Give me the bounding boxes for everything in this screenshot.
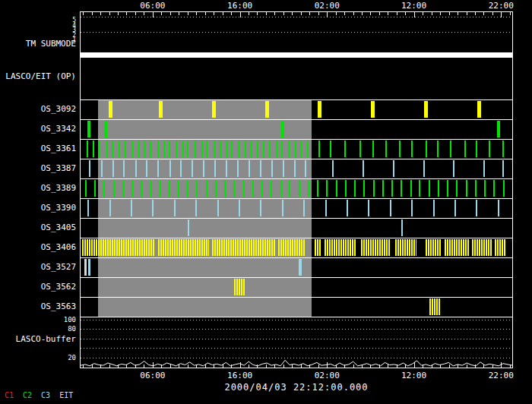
time-tick-bottom bbox=[510, 365, 511, 368]
time-label-bottom: 22:00 bbox=[489, 371, 514, 380]
time-label-top: 16:00 bbox=[227, 1, 252, 11]
time-tick-top bbox=[475, 12, 476, 15]
time-tick-top bbox=[309, 12, 310, 15]
os_3390-mark bbox=[217, 200, 219, 216]
os_3361-mark bbox=[231, 140, 233, 157]
os_3361-mark bbox=[226, 140, 227, 157]
os_3389-mark bbox=[206, 180, 207, 197]
time-tick-bottom bbox=[440, 365, 441, 368]
submode-gridline bbox=[81, 32, 512, 33]
row-label: OS_3389 bbox=[41, 183, 76, 193]
os_3361-mark bbox=[489, 140, 490, 157]
time-tick-bottom bbox=[292, 365, 293, 368]
row-label: OS_3406 bbox=[41, 242, 76, 252]
time-tick-top bbox=[223, 12, 223, 15]
os_3563-band bbox=[429, 298, 441, 315]
os_3387-mark bbox=[393, 160, 394, 177]
time-label-top: 02:00 bbox=[315, 1, 340, 11]
time-tick-top bbox=[205, 12, 206, 15]
time-label-top: 22:00 bbox=[489, 1, 514, 11]
os_3361-mark bbox=[295, 140, 296, 157]
os_3406-band bbox=[445, 239, 469, 256]
os_3387-mark bbox=[157, 160, 159, 177]
os_3405-mark bbox=[188, 219, 189, 236]
time-tick-bottom bbox=[257, 365, 258, 368]
submode-ytick: 1 bbox=[72, 37, 76, 43]
os_3390-mark bbox=[282, 200, 283, 216]
os_3387-mark bbox=[294, 160, 296, 177]
os_3387-mark bbox=[112, 160, 114, 177]
buffer-label: LASCO-buffer bbox=[16, 334, 76, 344]
legend-c3: C3 bbox=[41, 391, 50, 399]
lasco-buffer-trace bbox=[81, 317, 512, 368]
time-tick-top bbox=[301, 12, 302, 15]
os_3389-mark bbox=[419, 180, 420, 197]
os_3389-mark bbox=[336, 180, 337, 197]
os_3389-mark bbox=[345, 180, 347, 197]
buffer-ytick: 20 bbox=[68, 354, 76, 361]
time-tick-bottom bbox=[196, 365, 197, 368]
os_3389-mark bbox=[131, 180, 133, 197]
os_3387-mark bbox=[249, 160, 250, 177]
os_3361-mark bbox=[150, 140, 151, 157]
os_3389-mark bbox=[373, 180, 375, 197]
time-tick-bottom bbox=[467, 365, 467, 368]
os_3361-mark bbox=[125, 140, 126, 157]
os_3361-mark bbox=[238, 140, 239, 157]
os_3361-mark bbox=[426, 140, 427, 157]
time-tick-top bbox=[83, 12, 84, 15]
os_3389-mark bbox=[503, 180, 505, 197]
os_3389-mark bbox=[196, 180, 198, 197]
os_3390-mark bbox=[109, 200, 111, 216]
time-tick-bottom bbox=[301, 365, 302, 368]
os_3389-mark bbox=[261, 180, 263, 197]
os_3361-mark bbox=[131, 140, 133, 157]
time-tick-top bbox=[501, 12, 502, 17]
time-tick-bottom bbox=[336, 365, 337, 368]
os_3387-mark bbox=[363, 160, 364, 177]
time-tick-top bbox=[432, 12, 432, 15]
os_3390-mark bbox=[325, 200, 327, 216]
time-tick-top bbox=[214, 12, 214, 15]
os_3390-mark bbox=[368, 200, 369, 216]
os_3361-mark bbox=[476, 140, 477, 157]
os_3387-mark bbox=[423, 160, 425, 177]
os_3390-mark bbox=[195, 200, 197, 216]
os_3361-mark bbox=[269, 140, 271, 157]
os_3390-mark bbox=[239, 200, 240, 216]
os_3361-mark bbox=[201, 140, 203, 157]
os_3389-mark bbox=[401, 180, 402, 197]
time-tick-bottom bbox=[423, 365, 423, 368]
os_3389-mark bbox=[169, 180, 170, 197]
time-tick-bottom bbox=[405, 365, 406, 368]
time-tick-bottom bbox=[205, 365, 206, 368]
time-tick-top bbox=[292, 12, 293, 15]
os_3361-mark bbox=[411, 140, 413, 157]
os_3389-mark bbox=[187, 180, 188, 197]
time-tick-bottom bbox=[501, 362, 502, 368]
time-tick-bottom bbox=[109, 365, 110, 368]
os_3389-mark bbox=[178, 180, 179, 197]
row-separator bbox=[81, 99, 512, 100]
os_3361-mark bbox=[106, 140, 108, 157]
time-label-bottom: 02:00 bbox=[315, 371, 340, 380]
os_3387-mark bbox=[453, 160, 454, 177]
os_3527-mark bbox=[299, 259, 302, 276]
time-label-bottom: 12:00 bbox=[401, 371, 426, 380]
os_3361-mark bbox=[195, 140, 196, 157]
os_3387-mark bbox=[192, 160, 193, 177]
os_3390-mark bbox=[87, 200, 89, 216]
time-tick-top bbox=[266, 12, 267, 15]
os_3361-mark bbox=[399, 140, 401, 157]
time-tick-top bbox=[423, 12, 423, 15]
os_3387-mark bbox=[123, 160, 125, 177]
os_3390-mark bbox=[433, 200, 435, 216]
os_3389-mark bbox=[363, 180, 365, 197]
time-tick-top bbox=[135, 12, 136, 15]
legend-c2: C2 bbox=[23, 391, 32, 399]
os_3389-mark bbox=[160, 180, 161, 197]
os_3390-mark bbox=[454, 200, 456, 216]
os_3406-band bbox=[278, 239, 305, 256]
time-tick-top bbox=[257, 12, 258, 15]
time-tick-bottom bbox=[475, 365, 476, 368]
